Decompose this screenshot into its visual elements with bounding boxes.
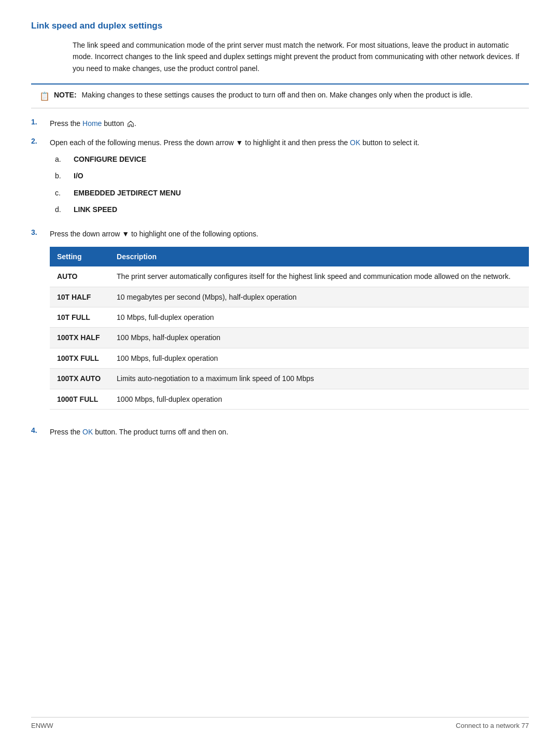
col-setting: Setting [50, 247, 109, 266]
table-row: AUTOThe print server automatically confi… [50, 266, 529, 287]
table-cell-setting: 1000T FULL [50, 389, 109, 409]
step-1-content: Press the Home button . [50, 118, 529, 129]
table-cell-description: 1000 Mbps, full-duplex operation [109, 389, 529, 409]
ok-link-step2: OK [350, 138, 360, 147]
table-cell-setting: 100TX FULL [50, 348, 109, 368]
table-cell-description: The print server automatically configure… [109, 266, 529, 287]
sub-steps-list: a. CONFIGURE DEVICE b. I/O c. EMBEDDED J… [50, 153, 529, 216]
sub-step-a-label: a. [55, 153, 74, 165]
step-2: 2. Open each of the following menus. Pre… [31, 137, 529, 221]
table-cell-setting: 10T HALF [50, 287, 109, 307]
sub-step-c: c. EMBEDDED JETDIRECT MENU [55, 187, 529, 199]
table-row: 10T HALF10 megabytes per second (Mbps), … [50, 287, 529, 307]
col-description: Description [109, 247, 529, 266]
note-text: Making changes to these settings causes … [81, 91, 472, 99]
step-3-content: Press the down arrow ▼ to highlight one … [50, 228, 529, 419]
table-cell-description: 10 megabytes per second (Mbps), half-dup… [109, 287, 529, 307]
table-body: AUTOThe print server automatically confi… [50, 266, 529, 409]
note-icon: 📋 [39, 90, 50, 103]
sub-step-a: a. CONFIGURE DEVICE [55, 153, 529, 165]
step-4-content: Press the OK button. The product turns o… [50, 426, 529, 438]
footer: ENWW Connect to a network 77 [31, 717, 529, 729]
table-cell-description: 100 Mbps, full-duplex operation [109, 348, 529, 368]
step-2-content: Open each of the following menus. Press … [50, 137, 529, 221]
sub-step-c-content: EMBEDDED JETDIRECT MENU [74, 187, 181, 199]
table-cell-setting: 10T FULL [50, 307, 109, 328]
sub-step-b-label: b. [55, 170, 74, 181]
step-4: 4. Press the OK button. The product turn… [31, 426, 529, 438]
table-header: Setting Description [50, 247, 529, 266]
home-link: Home [82, 119, 102, 128]
table-cell-description: Limits auto-negotiation to a maximum lin… [109, 369, 529, 389]
settings-table: Setting Description AUTOThe print server… [50, 247, 529, 410]
table-cell-description: 10 Mbps, full-duplex operation [109, 307, 529, 328]
footer-right: Connect to a network 77 [456, 722, 529, 729]
footer-left: ENWW [31, 722, 53, 729]
table-row: 100TX AUTOLimits auto-negotiation to a m… [50, 369, 529, 389]
home-icon [127, 120, 134, 128]
ok-link-step4: OK [82, 428, 93, 436]
note-box: 📋 NOTE: Making changes to these settings… [31, 83, 529, 108]
step-4-number: 4. [31, 426, 50, 438]
sub-step-b-content: I/O [74, 170, 83, 181]
table-cell-setting: AUTO [50, 266, 109, 287]
table-cell-setting: 100TX AUTO [50, 369, 109, 389]
section-title: Link speed and duplex settings [31, 21, 529, 31]
table-row: 10T FULL10 Mbps, full-duplex operation [50, 307, 529, 328]
note-label: NOTE: [54, 91, 77, 99]
table-cell-setting: 100TX HALF [50, 328, 109, 348]
step-3-number: 3. [31, 228, 50, 419]
intro-paragraph: The link speed and communication mode of… [73, 39, 529, 74]
sub-step-d-content: LINK SPEED [74, 204, 117, 215]
table-row: 100TX HALF100 Mbps, half-duplex operatio… [50, 328, 529, 348]
table-row: 1000T FULL1000 Mbps, full-duplex operati… [50, 389, 529, 409]
note-content: NOTE: Making changes to these settings c… [54, 90, 472, 101]
sub-step-c-label: c. [55, 187, 74, 199]
table-cell-description: 100 Mbps, half-duplex operation [109, 328, 529, 348]
step-3: 3. Press the down arrow ▼ to highlight o… [31, 228, 529, 419]
sub-step-b: b. I/O [55, 170, 529, 181]
table-row: 100TX FULL100 Mbps, full-duplex operatio… [50, 348, 529, 368]
sub-step-a-content: CONFIGURE DEVICE [74, 153, 146, 165]
step-2-number: 2. [31, 137, 50, 221]
steps-list: 1. Press the Home button . 2. Open each … [31, 118, 529, 438]
sub-step-d: d. LINK SPEED [55, 204, 529, 215]
step-1-number: 1. [31, 118, 50, 129]
step-1: 1. Press the Home button . [31, 118, 529, 129]
sub-step-d-label: d. [55, 204, 74, 215]
